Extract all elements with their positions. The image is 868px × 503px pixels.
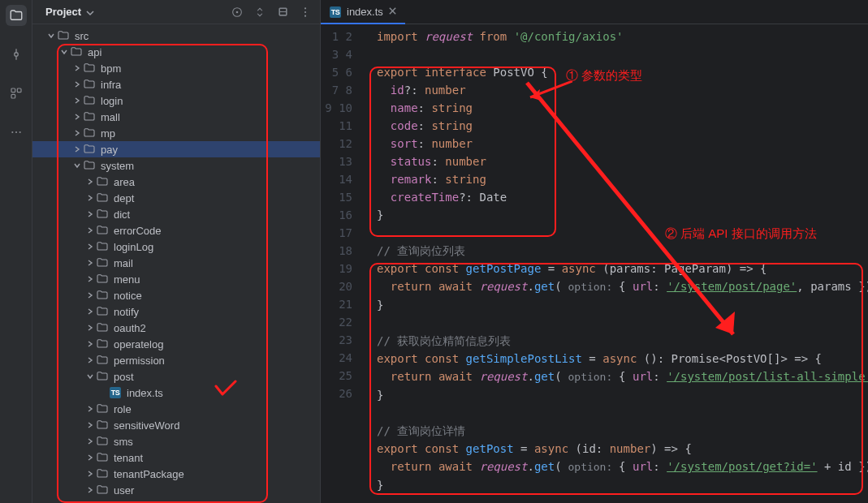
code-text[interactable]: import request from '@/config/axios' exp… [367,24,868,503]
tree-folder[interactable]: bpm [32,60,320,76]
tree-label: src [75,30,89,42]
svg-rect-2 [17,88,21,92]
tree-folder[interactable]: operatelog [32,336,320,352]
tree-label: system [101,160,134,172]
svg-rect-3 [11,94,15,98]
tree-folder[interactable]: notice [32,287,320,303]
gutter: 1 2 3 4 5 6 7 8 9 10 11 12 13 14 15 16 1… [321,24,367,503]
tree-folder[interactable]: tenant [32,449,320,466]
activity-bar [0,0,32,503]
tree-file[interactable]: TSindex.ts [32,385,320,401]
tree-folder[interactable]: menu [32,271,320,287]
tree-label: pay [101,144,118,156]
tree-folder[interactable]: user [32,482,320,498]
tree-label: notify [114,306,139,318]
tree-folder[interactable]: area [32,174,320,190]
tree-label: oauth2 [114,322,146,334]
tree-folder[interactable]: permission [32,352,320,368]
tree-label: bpm [101,62,121,75]
tree-label: infra [101,79,121,91]
chevron-down-icon[interactable] [86,6,94,20]
close-icon[interactable] [388,6,397,18]
code-area[interactable]: 1 2 3 4 5 6 7 8 9 10 11 12 13 14 15 16 1… [321,24,868,503]
expand-all-icon[interactable] [252,4,268,20]
svg-point-0 [14,53,18,57]
tab-index-ts[interactable]: TS index.ts [321,0,405,24]
tree-folder[interactable]: mall [32,109,320,125]
folder-icon[interactable] [6,5,27,26]
tree-label: api [88,46,101,58]
tree-label: errorCode [114,225,162,237]
tree-folder[interactable]: dict [32,206,320,222]
tree-label: menu [114,273,140,286]
tree-folder[interactable]: post [32,368,320,385]
svg-point-12 [304,15,306,16]
tree-label: operatelog [114,338,163,350]
tree-label: post [114,371,134,383]
tree-folder[interactable]: pay [32,141,320,157]
svg-point-4 [11,131,13,133]
tree-label: role [114,403,132,415]
tree-folder[interactable]: loginLog [32,239,320,255]
svg-point-10 [304,7,306,9]
select-opened-icon[interactable] [229,4,245,20]
commit-icon[interactable] [6,44,27,65]
tree-label: tenant [114,452,143,464]
tree-folder[interactable]: infra [32,76,320,92]
tree-label: user [114,484,134,497]
settings-icon[interactable] [297,4,313,20]
tree-folder[interactable]: mp [32,125,320,141]
tree-folder[interactable]: role [32,401,320,417]
project-title[interactable]: Project [45,6,81,18]
tree-label: permission [114,355,165,367]
tree-folder[interactable]: sensitiveWord [32,417,320,433]
more-icon[interactable] [6,122,27,143]
tree-label: login [101,95,123,107]
structure-icon[interactable] [6,83,27,104]
tree-folder[interactable]: login [32,92,320,109]
project-panel: Project srcapibpminfraloginmallmppaysyst… [32,0,321,503]
tree-label: index.ts [127,387,163,399]
project-tree[interactable]: srcapibpminfraloginmallmppaysystemareade… [32,24,320,503]
svg-point-6 [19,131,20,133]
tree-folder[interactable]: api [32,44,320,60]
tree-label: mall [101,111,120,123]
tree-folder[interactable]: system [32,157,320,174]
svg-point-11 [304,11,306,12]
svg-point-5 [15,131,16,133]
ts-icon: TS [329,6,342,19]
tab-label: index.ts [347,6,383,18]
tree-folder[interactable]: mail [32,255,320,271]
tree-folder[interactable]: src [32,28,320,44]
editor-tabs: TS index.ts [321,0,868,24]
svg-rect-1 [11,88,15,92]
tree-label: tenantPackage [114,468,184,480]
tree-label: sensitiveWord [114,419,179,432]
tree-folder[interactable]: dept [32,190,320,206]
project-header: Project [32,0,320,24]
tree-label: area [114,176,135,188]
tree-label: mail [114,257,133,269]
tree-folder[interactable]: tenantPackage [32,466,320,482]
svg-point-8 [236,11,239,13]
tree-label: dept [114,192,134,204]
tree-label: notice [114,290,142,302]
tree-label: dict [114,209,130,221]
tree-folder[interactable]: sms [32,433,320,449]
hide-icon[interactable] [274,4,291,20]
tree-folder[interactable]: notify [32,303,320,320]
tree-label: loginLog [114,241,153,253]
tree-label: mp [101,127,115,140]
tree-label: sms [114,436,133,448]
tree-folder[interactable]: errorCode [32,222,320,239]
editor: TS index.ts 1 2 3 4 5 6 7 8 9 10 11 12 1… [321,0,868,503]
tree-folder[interactable]: oauth2 [32,320,320,336]
